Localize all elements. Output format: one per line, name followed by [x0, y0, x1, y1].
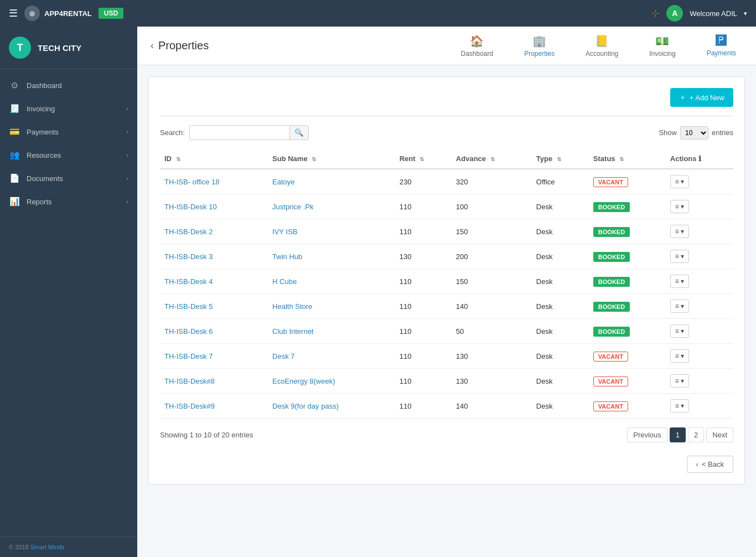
actions-button[interactable]: ≡ ▾ [670, 175, 689, 188]
search-button[interactable]: 🔍 [289, 126, 308, 140]
cell-status: BOOKED [589, 319, 666, 344]
sidebar-item-resources[interactable]: 👥 Resources › [0, 143, 137, 167]
cell-id: TH-ISB-Desk 2 [160, 219, 268, 244]
back-arrow-icon[interactable]: ‹ [151, 40, 154, 51]
sub-name-link[interactable]: IVY ISB [272, 228, 297, 236]
app-name: APP4RENTAL [44, 9, 92, 18]
sidebar-item-documents[interactable]: 📄 Documents › [0, 167, 137, 190]
cell-type: Desk [532, 244, 589, 269]
currency-badge[interactable]: USD [99, 8, 123, 19]
user-dropdown-icon[interactable]: ▾ [744, 10, 747, 17]
tab-properties[interactable]: 🏢 Properties [517, 30, 561, 62]
id-link[interactable]: TH-ISB-Desk 6 [164, 327, 213, 336]
logo-icon: ◎ [24, 6, 40, 21]
id-link[interactable]: TH-ISB-Desk#9 [164, 402, 215, 410]
show-group: Show 10 25 50 100 entries [659, 126, 733, 140]
hamburger-icon[interactable]: ☰ [9, 7, 18, 19]
invoicing-tab-icon: 💵 [655, 34, 669, 48]
id-link[interactable]: TH-ISB-Desk 10 [164, 203, 217, 211]
status-badge: VACANT [593, 352, 628, 362]
add-new-button[interactable]: ＋ + Add New [670, 88, 733, 107]
welcome-text[interactable]: Welcome ADIL [690, 9, 737, 18]
col-sub-name[interactable]: Sub Name ⇅ [268, 149, 395, 169]
next-button[interactable]: Next [706, 427, 733, 442]
id-link[interactable]: TH-ISB-Desk 4 [164, 277, 213, 286]
cell-status: BOOKED [589, 294, 666, 319]
sub-name-link[interactable]: EcoEnergy 8(week) [272, 377, 335, 385]
actions-button[interactable]: ≡ ▾ [670, 399, 689, 412]
chevron-right-icon: › [126, 128, 128, 135]
sub-name-link[interactable]: Twin Hub [272, 252, 302, 261]
sub-name-link[interactable]: Justprice .Pk [272, 203, 313, 211]
sub-name-link[interactable]: Club Internet [272, 327, 313, 336]
col-actions: Actions ℹ [666, 149, 733, 169]
cell-type: Desk [532, 269, 589, 294]
actions-button[interactable]: ≡ ▾ [670, 349, 689, 363]
id-link[interactable]: TH-ISB- office 18 [164, 178, 219, 186]
tab-payments[interactable]: 🅿 Payments [700, 30, 743, 61]
page-2-button[interactable]: 2 [688, 427, 704, 442]
sidebar-item-label: Invoicing [27, 105, 120, 113]
tab-dashboard[interactable]: 🏠 Dashboard [454, 30, 500, 62]
user-avatar: A [666, 5, 683, 22]
back-button[interactable]: ‹ < Back [687, 456, 733, 473]
tab-accounting[interactable]: 📒 Accounting [579, 30, 625, 62]
actions-button[interactable]: ≡ ▾ [670, 275, 689, 288]
id-link[interactable]: TH-ISB-Desk 5 [164, 302, 213, 311]
payments-tab-icon: 🅿 [716, 34, 727, 47]
previous-button[interactable]: Previous [627, 427, 667, 442]
sub-name-link[interactable]: Desk 9(for day pass) [272, 402, 339, 410]
cell-type: Desk [532, 294, 589, 319]
status-badge: BOOKED [593, 252, 630, 262]
id-link[interactable]: TH-ISB-Desk 7 [164, 352, 213, 360]
actions-button[interactable]: ≡ ▾ [670, 300, 689, 313]
col-id[interactable]: ID ⇅ [160, 149, 268, 169]
table-row: TH-ISB-Desk#9 Desk 9(for day pass) 110 1… [160, 394, 733, 419]
show-select[interactable]: 10 25 50 100 [680, 126, 708, 140]
sidebar-item-payments[interactable]: 💳 Payments › [0, 120, 137, 143]
back-chevron-icon: ‹ [696, 460, 698, 468]
sub-name-link[interactable]: Health Store [272, 302, 312, 311]
actions-button[interactable]: ≡ ▾ [670, 374, 689, 388]
cell-type: Desk [532, 194, 589, 219]
footer-link[interactable]: Smart Minds [30, 544, 65, 550]
table-row: TH-ISB-Desk 5 Health Store 110 140 Desk … [160, 294, 733, 319]
cell-sub-name: Health Store [268, 294, 395, 319]
sub-name-link[interactable]: Desk 7 [272, 352, 294, 360]
col-advance[interactable]: Advance ⇅ [452, 149, 532, 169]
id-link[interactable]: TH-ISB-Desk 2 [164, 228, 213, 236]
sidebar-item-reports[interactable]: 📊 Reports › [0, 190, 137, 213]
scan-icon[interactable]: ⊹ [651, 7, 660, 19]
reports-icon: 📊 [9, 197, 20, 207]
actions-button[interactable]: ≡ ▾ [670, 225, 689, 238]
page-1-button[interactable]: 1 [670, 427, 686, 442]
cell-type: Desk [532, 319, 589, 344]
sub-name-link[interactable]: H Cube [272, 277, 297, 286]
page-content: ＋ + Add New Search: 🔍 [137, 65, 756, 557]
cell-advance: 140 [452, 294, 532, 319]
cell-type: Desk [532, 394, 589, 419]
col-type[interactable]: Type ⇅ [532, 149, 589, 169]
id-link[interactable]: TH-ISB-Desk 3 [164, 252, 213, 261]
status-badge: VACANT [593, 401, 628, 411]
search-input[interactable] [190, 126, 289, 140]
chevron-right-icon: › [126, 198, 128, 205]
sidebar-item-invoicing[interactable]: 🧾 Invoicing › [0, 97, 137, 120]
cell-rent: 110 [395, 194, 452, 219]
sub-name-link[interactable]: Eatoye [272, 178, 294, 186]
cell-status: VACANT [589, 344, 666, 369]
actions-button[interactable]: ≡ ▾ [670, 250, 689, 263]
cell-id: TH-ISB-Desk 10 [160, 194, 268, 219]
actions-button[interactable]: ≡ ▾ [670, 200, 689, 213]
tab-payments-label: Payments [707, 49, 736, 57]
cell-advance: 100 [452, 194, 532, 219]
tab-invoicing[interactable]: 💵 Invoicing [643, 30, 682, 62]
actions-button[interactable]: ≡ ▾ [670, 324, 689, 338]
sidebar-item-dashboard[interactable]: ⊙ Dashboard [0, 74, 137, 97]
payments-icon: 💳 [9, 127, 20, 137]
col-status[interactable]: Status ⇅ [589, 149, 666, 169]
col-rent[interactable]: Rent ⇅ [395, 149, 452, 169]
id-link[interactable]: TH-ISB-Desk#8 [164, 377, 215, 385]
cell-rent: 110 [395, 344, 452, 369]
search-show-row: Search: 🔍 Show 10 25 50 [160, 116, 733, 140]
